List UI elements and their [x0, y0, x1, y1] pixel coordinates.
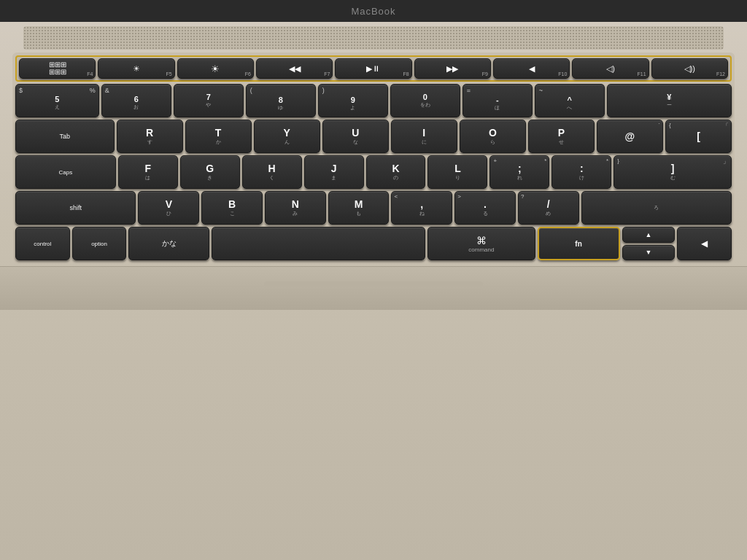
command-label: command [468, 246, 494, 253]
zxcv-row: shift V ひ B こ N み M も < , ね [15, 191, 732, 225]
mute-icon: ◀ [529, 65, 535, 73]
key-n[interactable]: N み [265, 191, 326, 225]
key-f6[interactable]: ☀ F6 [177, 58, 254, 79]
key-u[interactable]: U な [322, 120, 389, 153]
macbook-logo: MacBook [351, 6, 395, 17]
key-f8[interactable]: ▶⏸ F8 [335, 58, 411, 79]
key-r[interactable]: R す [117, 120, 183, 153]
key-arrow-up[interactable]: ▲ [622, 227, 676, 243]
key-yen[interactable]: ¥ ー [607, 84, 732, 117]
key-at[interactable]: ` @ [597, 120, 663, 153]
play-pause-icon: ▶⏸ [366, 65, 380, 73]
key-5[interactable]: & 6 お [101, 84, 171, 117]
command-icon: ⌘ [476, 235, 487, 246]
volume-down-icon: ◁) [606, 65, 615, 73]
key-caret[interactable]: ~ ^ へ [535, 84, 605, 117]
asdf-row: Caps F は G き H く J ま K の L [15, 155, 732, 189]
key-l[interactable]: L り [427, 155, 487, 189]
key-h[interactable]: H く [242, 155, 302, 189]
key-period[interactable]: > . る [454, 191, 516, 225]
key-minus[interactable]: = - ほ [462, 84, 533, 117]
key-v[interactable]: V ひ [138, 191, 199, 225]
key-space[interactable] [212, 227, 425, 260]
bottom-section [0, 266, 747, 310]
key-f7[interactable]: ◀◀ F7 [256, 58, 333, 79]
bottom-row: control option かな ⌘ command fn ▲ ▼ ◀ [15, 227, 732, 260]
key-arrow-left[interactable]: ◀ [677, 227, 732, 260]
key-k[interactable]: K の [366, 155, 426, 189]
key-p[interactable]: P せ [528, 120, 595, 153]
brightness-down-icon: ☀ [133, 65, 140, 73]
key-option-left[interactable]: option [72, 227, 127, 260]
key-b[interactable]: B こ [201, 191, 263, 225]
key-9[interactable]: ) 9 よ [318, 84, 388, 117]
macbook-frame: MacBook ⊞⊞⊞⊞⊞⊞ F4 ☀ F5 ☀ F6 ◀◀ F7 [0, 0, 747, 560]
key-o[interactable]: O ら [460, 120, 526, 153]
key-dollar[interactable]: $ % 5 え [15, 84, 99, 117]
keyboard: ⊞⊞⊞⊞⊞⊞ F4 ☀ F5 ☀ F6 ◀◀ F7 ▶⏸ F8 ▶▶ F9 [12, 52, 735, 263]
brightness-up-icon: ☀ [211, 64, 220, 74]
fn-label: fn [575, 240, 581, 248]
key-ctrl[interactable]: control [15, 227, 70, 260]
key-tab[interactable]: Tab [15, 120, 115, 153]
key-m[interactable]: M も [328, 191, 390, 225]
rewind-icon: ◀◀ [289, 65, 301, 73]
key-slash[interactable]: ? / め [518, 191, 579, 225]
key-f12[interactable]: ◁)) F12 [651, 58, 728, 79]
key-fn[interactable]: fn [538, 227, 620, 260]
key-caps[interactable]: Caps [15, 155, 116, 189]
key-arrow-down[interactable]: ▼ [622, 245, 676, 261]
function-key-row: ⊞⊞⊞⊞⊞⊞ F4 ☀ F5 ☀ F6 ◀◀ F7 ▶⏸ F8 ▶▶ F9 [15, 55, 732, 82]
key-8[interactable]: ( 8 ゆ [246, 84, 316, 117]
key-bracket-left[interactable]: { 「 [ [665, 120, 732, 153]
trackpad-hint [264, 281, 483, 287]
top-bar: MacBook [0, 0, 747, 22]
speaker-grille [23, 26, 724, 50]
key-shift-left[interactable]: shift [15, 191, 136, 225]
key-command[interactable]: ⌘ command [427, 227, 535, 260]
key-kana[interactable]: かな [128, 227, 209, 260]
key-i[interactable]: I に [391, 120, 457, 153]
key-colon[interactable]: * : け [551, 155, 611, 189]
key-enter[interactable]: } 」 ] む [614, 155, 732, 189]
key-7[interactable]: 7 や [174, 84, 244, 117]
key-f[interactable]: F は [118, 155, 178, 189]
arrow-keys: ▲ ▼ [622, 227, 676, 260]
key-comma[interactable]: < , ね [391, 191, 452, 225]
key-f5[interactable]: ☀ F5 [98, 58, 174, 79]
key-g[interactable]: G き [180, 155, 240, 189]
key-shift-right[interactable]: ろ [581, 191, 732, 225]
key-f4[interactable]: ⊞⊞⊞⊞⊞⊞ F4 [19, 58, 96, 79]
key-f11[interactable]: ◁) F11 [572, 58, 649, 79]
key-semicolon[interactable]: + * ; れ [489, 155, 549, 189]
mission-control-icon: ⊞⊞⊞⊞⊞⊞ [49, 61, 66, 76]
key-f9[interactable]: ▶▶ F9 [414, 58, 491, 79]
qwerty-row: Tab R す T か Y ん U な I に O ら [15, 120, 732, 153]
number-row: $ % 5 え & 6 お 7 や ( 8 ゆ ) 9 よ [15, 84, 732, 117]
speaker-dots [23, 26, 724, 50]
fast-forward-icon: ▶▶ [446, 65, 458, 73]
volume-up-icon: ◁)) [684, 65, 695, 73]
key-y[interactable]: Y ん [254, 120, 320, 153]
key-f10[interactable]: ◀ F10 [493, 58, 570, 79]
key-t[interactable]: T か [185, 120, 252, 153]
key-j[interactable]: J ま [304, 155, 364, 189]
key-0[interactable]: 0 をわ [390, 84, 460, 117]
